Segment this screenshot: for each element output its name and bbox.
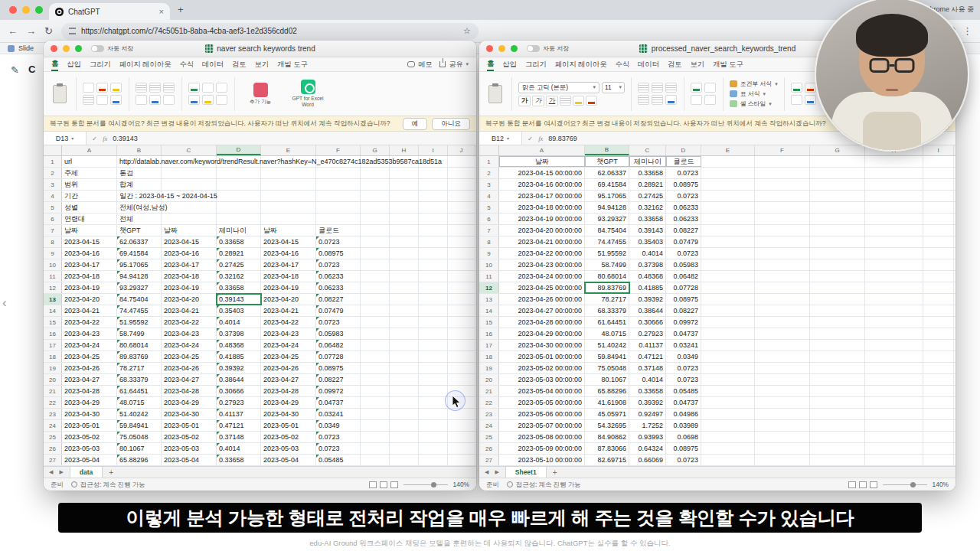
cell[interactable]: 0.93993	[629, 432, 666, 442]
cell[interactable]	[448, 156, 475, 167]
row-number[interactable]: 10	[479, 259, 499, 270]
cell[interactable]: 61.64451	[117, 386, 162, 396]
cell[interactable]: 주제	[62, 168, 117, 178]
cell[interactable]: 0.05485	[666, 386, 701, 396]
font-color-icon[interactable]	[586, 96, 597, 106]
autosave-toggle[interactable]: 자동 저장	[527, 44, 569, 53]
cell[interactable]	[390, 168, 419, 178]
minimize-window-button[interactable]	[63, 45, 70, 52]
cell[interactable]: 94.94128	[117, 271, 162, 282]
cell[interactable]: 2023-04-28	[162, 386, 217, 396]
cell[interactable]: 통검	[117, 168, 162, 178]
cell[interactable]	[755, 236, 810, 247]
cell[interactable]	[810, 156, 865, 167]
recover-no-button[interactable]: 아니요	[432, 118, 470, 130]
cell[interactable]	[316, 179, 361, 190]
cell[interactable]: 2023-04-24	[62, 340, 117, 350]
cell[interactable]	[923, 236, 954, 247]
cell[interactable]: 0.08227	[316, 294, 361, 305]
cell[interactable]: 2023-04-18	[162, 271, 217, 282]
ribbon-tab[interactable]: 수식	[179, 57, 194, 71]
cell[interactable]: 0.09972	[666, 317, 701, 328]
name-box[interactable]: D13▾	[44, 132, 87, 145]
cell[interactable]	[810, 386, 865, 396]
cell[interactable]: 2023-04-20	[261, 294, 316, 305]
cell[interactable]	[448, 282, 475, 293]
address-bar[interactable]: https://chatgpt.com/c/74c5051b-8aba-4cba…	[61, 23, 479, 40]
cell[interactable]	[448, 340, 475, 350]
cell[interactable]: 0.08227	[316, 374, 361, 385]
cell[interactable]	[755, 225, 810, 236]
cell[interactable]: 0.41885	[217, 351, 261, 362]
cell[interactable]: 0.0349	[316, 420, 361, 431]
cell[interactable]	[701, 271, 755, 282]
row-number[interactable]: 4	[44, 191, 62, 201]
cell[interactable]: 성별	[62, 202, 117, 213]
cell[interactable]	[261, 214, 316, 224]
cell[interactable]	[701, 455, 755, 465]
cell[interactable]	[923, 317, 954, 328]
cell[interactable]	[390, 282, 419, 293]
cell[interactable]: 2023-04-25	[162, 351, 217, 362]
cell[interactable]	[865, 397, 923, 408]
cell[interactable]	[701, 363, 755, 373]
cell[interactable]	[390, 443, 419, 454]
cell[interactable]: 2023-04-29	[261, 397, 316, 408]
cell[interactable]	[810, 282, 865, 293]
cell[interactable]: 2023-05-03	[162, 443, 217, 454]
row-number[interactable]: 25	[479, 432, 499, 442]
cell[interactable]	[361, 409, 390, 419]
cell[interactable]: 62.06337	[117, 236, 162, 247]
cell[interactable]	[755, 397, 810, 408]
cell[interactable]: 0.38644	[217, 374, 261, 385]
cell[interactable]: 0.39143	[217, 294, 261, 305]
cell[interactable]: 전체	[117, 214, 162, 224]
cell[interactable]	[419, 191, 448, 201]
column-header[interactable]: D	[217, 145, 261, 155]
zoom-window-button[interactable]	[75, 45, 82, 52]
cell[interactable]	[390, 409, 419, 419]
cell[interactable]	[390, 271, 419, 282]
cell[interactable]: 날짜	[261, 225, 316, 236]
ribbon-tab[interactable]: 삽입	[502, 57, 517, 71]
cell[interactable]	[810, 236, 865, 247]
underline-button[interactable]: 가	[546, 96, 558, 106]
add-sheet-icon[interactable]: +	[109, 468, 113, 477]
cell[interactable]	[448, 236, 475, 247]
cell[interactable]: 95.17065	[585, 191, 629, 201]
cell[interactable]: 0.07479	[316, 305, 361, 316]
cell[interactable]	[701, 386, 755, 396]
row-number[interactable]: 4	[479, 191, 499, 201]
cell[interactable]	[261, 191, 316, 201]
cell[interactable]	[448, 271, 475, 282]
cell[interactable]	[390, 179, 419, 190]
page-layout-view-icon[interactable]	[380, 481, 387, 488]
cell[interactable]	[755, 363, 810, 373]
cell[interactable]: 0.4014	[217, 443, 261, 454]
paste-button[interactable]	[50, 78, 70, 110]
cell[interactable]: http://datalab.naver.com/keyword/trendRe…	[117, 156, 162, 167]
cell[interactable]	[701, 191, 755, 201]
cell[interactable]	[923, 225, 954, 236]
cell[interactable]	[701, 248, 755, 259]
row-number[interactable]: 14	[479, 305, 499, 316]
cell[interactable]	[701, 259, 755, 270]
cell[interactable]	[419, 259, 448, 270]
conditional-formatting-button[interactable]: 조건부 서식▾	[730, 80, 778, 88]
cell[interactable]: 0.33658	[217, 455, 261, 465]
cell[interactable]: 0.32162	[629, 202, 666, 213]
align-center-icon[interactable]	[149, 83, 161, 93]
percent-icon[interactable]	[704, 83, 716, 93]
excel-titlebar[interactable]: 자동 저장 naver search keywords trend	[44, 41, 476, 57]
cell[interactable]: 0.08975	[666, 294, 701, 305]
row-number[interactable]: 27	[44, 455, 62, 465]
cell[interactable]	[448, 443, 475, 454]
cell[interactable]: 2023-04-27	[261, 374, 316, 385]
cell[interactable]: 0.0723	[666, 455, 701, 465]
cell[interactable]: 2023-04-24 00:00:00	[499, 271, 585, 282]
normal-view-icon[interactable]	[369, 481, 377, 488]
sheet-tab-sheet1[interactable]: Sheet1	[505, 467, 547, 478]
cell[interactable]: 0.08975	[666, 179, 701, 190]
cell[interactable]	[755, 294, 810, 305]
row-number[interactable]: 2	[479, 168, 499, 178]
